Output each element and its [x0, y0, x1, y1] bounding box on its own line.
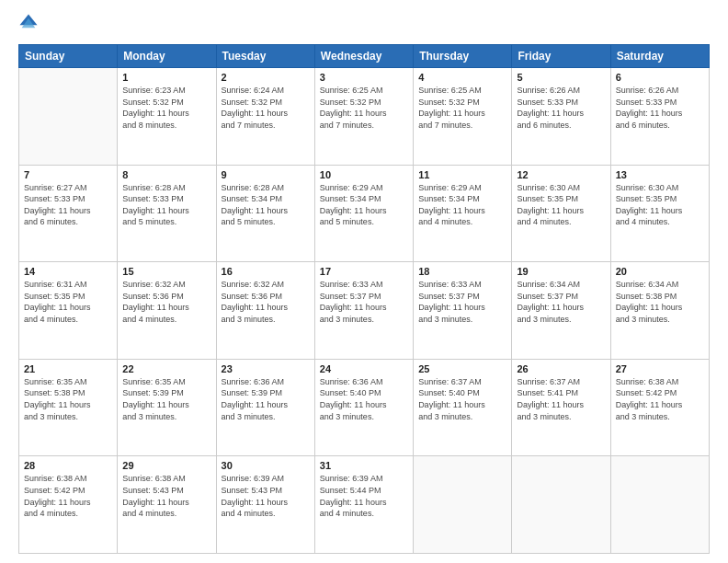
day-info: Sunrise: 6:27 AM Sunset: 5:33 PM Dayligh…: [24, 182, 112, 228]
day-info: Sunrise: 6:30 AM Sunset: 5:35 PM Dayligh…: [616, 182, 704, 228]
col-header-sunday: Sunday: [19, 45, 118, 68]
day-number: 2: [222, 72, 310, 83]
day-number: 20: [616, 266, 704, 277]
day-number: 27: [616, 363, 704, 374]
day-number: 15: [122, 266, 210, 277]
day-number: 17: [320, 266, 408, 277]
day-number: 26: [517, 363, 605, 374]
calendar-cell: 19Sunrise: 6:34 AM Sunset: 5:37 PM Dayli…: [512, 262, 610, 360]
day-info: Sunrise: 6:30 AM Sunset: 5:35 PM Dayligh…: [517, 182, 605, 228]
day-info: Sunrise: 6:26 AM Sunset: 5:33 PM Dayligh…: [616, 85, 704, 131]
calendar-cell: [19, 68, 118, 166]
day-number: 3: [320, 72, 408, 83]
day-info: Sunrise: 6:24 AM Sunset: 5:32 PM Dayligh…: [222, 85, 310, 131]
day-number: 25: [418, 363, 506, 374]
week-row-2: 7Sunrise: 6:27 AM Sunset: 5:33 PM Daylig…: [19, 165, 710, 262]
day-number: 10: [320, 169, 408, 180]
week-row-1: 1Sunrise: 6:23 AM Sunset: 5:32 PM Daylig…: [19, 68, 710, 166]
day-number: 29: [122, 460, 210, 471]
calendar-cell: 21Sunrise: 6:35 AM Sunset: 5:38 PM Dayli…: [19, 359, 118, 456]
day-number: 7: [24, 169, 112, 180]
calendar-table: SundayMondayTuesdayWednesdayThursdayFrid…: [18, 44, 710, 554]
calendar-cell: 23Sunrise: 6:36 AM Sunset: 5:39 PM Dayli…: [216, 359, 314, 456]
header: [18, 17, 710, 37]
day-number: 31: [320, 460, 408, 471]
calendar-cell: 14Sunrise: 6:31 AM Sunset: 5:35 PM Dayli…: [19, 262, 118, 360]
calendar-cell: 26Sunrise: 6:37 AM Sunset: 5:41 PM Dayli…: [512, 359, 610, 456]
day-number: 13: [616, 169, 704, 180]
logo-icon: [18, 13, 39, 33]
day-info: Sunrise: 6:34 AM Sunset: 5:38 PM Dayligh…: [616, 279, 704, 325]
calendar-cell: 11Sunrise: 6:29 AM Sunset: 5:34 PM Dayli…: [414, 165, 512, 262]
day-info: Sunrise: 6:31 AM Sunset: 5:35 PM Dayligh…: [24, 279, 112, 325]
col-header-monday: Monday: [118, 45, 216, 68]
day-number: 28: [24, 460, 112, 471]
calendar-cell: [512, 456, 610, 554]
page: SundayMondayTuesdayWednesdayThursdayFrid…: [0, 0, 728, 563]
calendar-cell: 13Sunrise: 6:30 AM Sunset: 5:35 PM Dayli…: [610, 165, 709, 262]
day-info: Sunrise: 6:29 AM Sunset: 5:34 PM Dayligh…: [320, 182, 408, 228]
day-info: Sunrise: 6:37 AM Sunset: 5:40 PM Dayligh…: [418, 376, 506, 422]
calendar-cell: 8Sunrise: 6:28 AM Sunset: 5:33 PM Daylig…: [118, 165, 216, 262]
day-number: 24: [320, 363, 408, 374]
day-info: Sunrise: 6:29 AM Sunset: 5:34 PM Dayligh…: [418, 182, 506, 228]
day-info: Sunrise: 6:28 AM Sunset: 5:34 PM Dayligh…: [222, 182, 310, 228]
col-header-saturday: Saturday: [610, 45, 709, 68]
day-number: 6: [616, 72, 704, 83]
calendar-cell: 18Sunrise: 6:33 AM Sunset: 5:37 PM Dayli…: [414, 262, 512, 360]
day-number: 4: [418, 72, 506, 83]
calendar-cell: 31Sunrise: 6:39 AM Sunset: 5:44 PM Dayli…: [314, 456, 413, 554]
day-info: Sunrise: 6:38 AM Sunset: 5:42 PM Dayligh…: [616, 376, 704, 422]
day-info: Sunrise: 6:25 AM Sunset: 5:32 PM Dayligh…: [320, 85, 408, 131]
calendar-cell: 15Sunrise: 6:32 AM Sunset: 5:36 PM Dayli…: [118, 262, 216, 360]
day-number: 14: [24, 266, 112, 277]
day-info: Sunrise: 6:39 AM Sunset: 5:44 PM Dayligh…: [320, 473, 408, 519]
day-info: Sunrise: 6:32 AM Sunset: 5:36 PM Dayligh…: [222, 279, 310, 325]
calendar-cell: 30Sunrise: 6:39 AM Sunset: 5:43 PM Dayli…: [216, 456, 314, 554]
calendar-cell: 6Sunrise: 6:26 AM Sunset: 5:33 PM Daylig…: [610, 68, 709, 166]
day-number: 22: [122, 363, 210, 374]
calendar-cell: 1Sunrise: 6:23 AM Sunset: 5:32 PM Daylig…: [118, 68, 216, 166]
col-header-thursday: Thursday: [414, 45, 512, 68]
day-info: Sunrise: 6:35 AM Sunset: 5:38 PM Dayligh…: [24, 376, 112, 422]
day-info: Sunrise: 6:28 AM Sunset: 5:33 PM Dayligh…: [122, 182, 210, 228]
day-number: 16: [222, 266, 310, 277]
day-info: Sunrise: 6:23 AM Sunset: 5:32 PM Dayligh…: [122, 85, 210, 131]
day-info: Sunrise: 6:38 AM Sunset: 5:42 PM Dayligh…: [24, 473, 112, 519]
day-info: Sunrise: 6:39 AM Sunset: 5:43 PM Dayligh…: [222, 473, 310, 519]
calendar-cell: 22Sunrise: 6:35 AM Sunset: 5:39 PM Dayli…: [118, 359, 216, 456]
day-number: 9: [222, 169, 310, 180]
day-number: 12: [517, 169, 605, 180]
day-number: 18: [418, 266, 506, 277]
day-number: 30: [222, 460, 310, 471]
week-row-4: 21Sunrise: 6:35 AM Sunset: 5:38 PM Dayli…: [19, 359, 710, 456]
calendar-cell: 16Sunrise: 6:32 AM Sunset: 5:36 PM Dayli…: [216, 262, 314, 360]
day-info: Sunrise: 6:36 AM Sunset: 5:40 PM Dayligh…: [320, 376, 408, 422]
day-info: Sunrise: 6:36 AM Sunset: 5:39 PM Dayligh…: [222, 376, 310, 422]
calendar-cell: 28Sunrise: 6:38 AM Sunset: 5:42 PM Dayli…: [19, 456, 118, 554]
calendar-cell: [414, 456, 512, 554]
calendar-cell: 20Sunrise: 6:34 AM Sunset: 5:38 PM Dayli…: [610, 262, 709, 360]
day-info: Sunrise: 6:38 AM Sunset: 5:43 PM Dayligh…: [122, 473, 210, 519]
calendar-cell: [610, 456, 709, 554]
calendar-cell: 7Sunrise: 6:27 AM Sunset: 5:33 PM Daylig…: [19, 165, 118, 262]
day-number: 5: [517, 72, 605, 83]
calendar-cell: 17Sunrise: 6:33 AM Sunset: 5:37 PM Dayli…: [314, 262, 413, 360]
day-info: Sunrise: 6:33 AM Sunset: 5:37 PM Dayligh…: [418, 279, 506, 325]
calendar-cell: 3Sunrise: 6:25 AM Sunset: 5:32 PM Daylig…: [314, 68, 413, 166]
day-number: 11: [418, 169, 506, 180]
day-info: Sunrise: 6:33 AM Sunset: 5:37 PM Dayligh…: [320, 279, 408, 325]
calendar-cell: 9Sunrise: 6:28 AM Sunset: 5:34 PM Daylig…: [216, 165, 314, 262]
calendar-cell: 2Sunrise: 6:24 AM Sunset: 5:32 PM Daylig…: [216, 68, 314, 166]
col-header-tuesday: Tuesday: [216, 45, 314, 68]
col-header-friday: Friday: [512, 45, 610, 68]
col-header-wednesday: Wednesday: [314, 45, 413, 68]
day-info: Sunrise: 6:37 AM Sunset: 5:41 PM Dayligh…: [517, 376, 605, 422]
day-info: Sunrise: 6:34 AM Sunset: 5:37 PM Dayligh…: [517, 279, 605, 325]
week-row-3: 14Sunrise: 6:31 AM Sunset: 5:35 PM Dayli…: [19, 262, 710, 360]
calendar-header-row: SundayMondayTuesdayWednesdayThursdayFrid…: [19, 45, 710, 68]
calendar-cell: 29Sunrise: 6:38 AM Sunset: 5:43 PM Dayli…: [118, 456, 216, 554]
day-number: 8: [122, 169, 210, 180]
calendar-cell: 10Sunrise: 6:29 AM Sunset: 5:34 PM Dayli…: [314, 165, 413, 262]
day-info: Sunrise: 6:26 AM Sunset: 5:33 PM Dayligh…: [517, 85, 605, 131]
